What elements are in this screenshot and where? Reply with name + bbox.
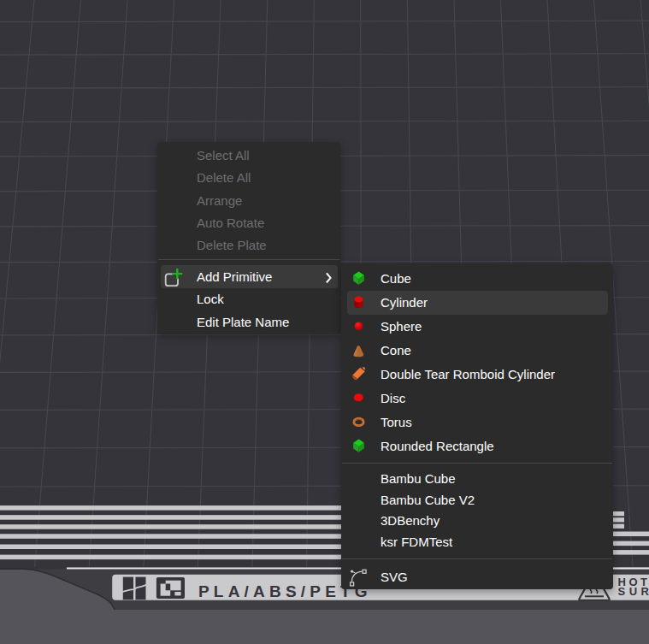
- svg-text:SURFACE: SURFACE: [618, 585, 649, 598]
